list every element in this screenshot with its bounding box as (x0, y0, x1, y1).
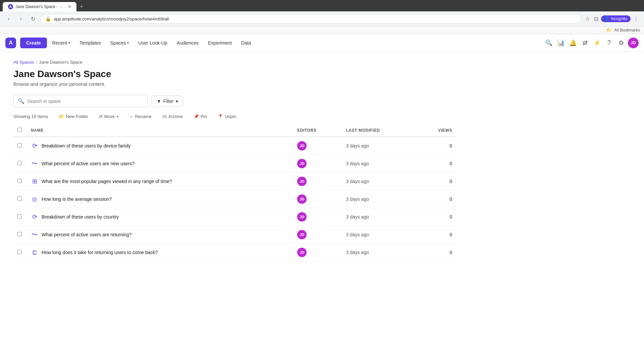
name-cell[interactable]: 〜 What percent of active users are new u… (27, 155, 293, 173)
row-checkbox-cell[interactable] (13, 173, 27, 190)
showing-count: Showing 19 Items (13, 114, 48, 119)
nav-item-audiences[interactable]: Audiences (173, 38, 203, 48)
last-modified-column-header[interactable]: LAST MODIFIED (342, 124, 417, 137)
breadcrumb-current: Jane Dawson's Space (39, 60, 82, 65)
name-cell[interactable]: ⟳ Breakdown of these users by country (27, 208, 293, 226)
pin-button[interactable]: 📌 Pin (191, 113, 210, 120)
unpin-button[interactable]: 📍 Unpin (215, 113, 239, 120)
row-checkbox-cell[interactable] (13, 155, 27, 173)
notifications-button[interactable]: 🔔 (568, 38, 578, 48)
breadcrumb-all-spaces-link[interactable]: All Spaces (13, 60, 34, 65)
bookmark-star-button[interactable]: ☆ (584, 14, 591, 23)
archive-button[interactable]: 🗃 Archive (160, 113, 185, 120)
name-column-header[interactable]: NAME (27, 124, 293, 137)
table-row[interactable]: ⟳ Breakdown of these users by device fam… (13, 137, 456, 155)
nav-item-experiment[interactable]: Experiment (204, 38, 236, 48)
browser-tabs-bar: A Jane Dawson's Space - Space × + (0, 0, 644, 11)
user-avatar[interactable]: JD (628, 38, 639, 48)
editor-avatar: JD (297, 194, 307, 204)
rename-button[interactable]: ↔ Rename (126, 113, 154, 120)
row-checkbox[interactable] (17, 161, 22, 165)
item-type-icon: 〜 (31, 231, 38, 238)
item-name[interactable]: What percent of active users are returni… (42, 232, 131, 237)
item-name[interactable]: What are the most popular pages viewed i… (42, 179, 172, 184)
select-all-header[interactable] (13, 124, 27, 137)
row-checkbox[interactable] (17, 232, 22, 236)
last-modified-cell: 3 days ago (342, 137, 417, 155)
nav-item-spaces[interactable]: Spaces ▾ (106, 38, 133, 48)
row-checkbox-cell[interactable] (13, 137, 27, 155)
help-button[interactable]: ? (604, 38, 614, 48)
new-tab-button[interactable]: + (78, 3, 86, 10)
nav-item-user-lookup[interactable]: User Look-Up (134, 38, 171, 48)
nav-item-data[interactable]: Data (237, 38, 255, 48)
table-row[interactable]: ⊞ What are the most popular pages viewed… (13, 173, 456, 190)
row-checkbox[interactable] (17, 179, 22, 183)
row-checkbox[interactable] (17, 143, 22, 147)
chevron-down-icon: ▾ (127, 41, 129, 45)
views-column-header[interactable]: VIEWS (417, 124, 456, 137)
name-cell[interactable]: ◎ How long is the average session? (27, 190, 293, 208)
item-name[interactable]: How long does it take for returning user… (42, 250, 158, 255)
table-row[interactable]: ⟳ Breakdown of these users by country JD… (13, 208, 456, 226)
tab-close-button[interactable]: × (68, 4, 71, 9)
forward-button[interactable]: › (16, 14, 25, 23)
search-box[interactable]: 🔍 (13, 95, 148, 107)
search-input[interactable] (27, 99, 143, 104)
menu-button[interactable]: ⋮ (632, 14, 640, 23)
search-button[interactable]: 🔍 (543, 38, 554, 48)
row-checkbox-cell[interactable] (13, 226, 27, 244)
row-checkbox[interactable] (17, 196, 22, 201)
table-row[interactable]: ⊏ How long does it take for returning us… (13, 244, 456, 261)
last-modified-cell: 3 days ago (342, 244, 417, 261)
row-checkbox-cell[interactable] (13, 190, 27, 208)
row-checkbox-cell[interactable] (13, 208, 27, 226)
items-table: NAME EDITORS LAST MODIFIED VIEWS (13, 124, 456, 261)
nav-item-recent[interactable]: Recent ▾ (48, 38, 74, 48)
sync-button[interactable]: ⇄ (580, 38, 590, 48)
item-name[interactable]: How long is the average session? (42, 196, 112, 202)
new-folder-button[interactable]: 📁 New Folder (56, 113, 91, 120)
table-row[interactable]: 〜 What percent of active users are new u… (13, 155, 456, 173)
create-button[interactable]: Create (20, 38, 47, 48)
name-cell[interactable]: ⊞ What are the most popular pages viewed… (27, 173, 293, 190)
active-tab[interactable]: A Jane Dawson's Space - Space × (3, 2, 76, 11)
editors-column-header[interactable]: EDITORS (293, 124, 342, 137)
name-cell[interactable]: ⊏ How long does it take for returning us… (27, 244, 293, 261)
extensions-button[interactable]: ⊡ (593, 14, 600, 23)
reload-button[interactable]: ↻ (28, 14, 38, 23)
items-table-wrapper: NAME EDITORS LAST MODIFIED VIEWS (13, 124, 456, 261)
row-checkbox-cell[interactable] (13, 244, 27, 261)
name-cell[interactable]: ⟳ Breakdown of these users by device fam… (27, 137, 293, 155)
table-body: ⟳ Breakdown of these users by device fam… (13, 137, 456, 261)
row-checkbox[interactable] (17, 214, 22, 219)
activity-button[interactable]: ⚡ (592, 38, 602, 48)
breadcrumb: All Spaces / Jane Dawson's Space (13, 60, 456, 65)
nav-item-templates[interactable]: Templates (75, 38, 105, 48)
table-row[interactable]: 〜 What percent of active users are retur… (13, 226, 456, 244)
item-type-icon: ◎ (31, 195, 38, 203)
row-checkbox[interactable] (17, 250, 22, 254)
item-name[interactable]: What percent of active users are new use… (42, 161, 135, 166)
search-icon: 🔍 (18, 98, 24, 104)
last-modified-cell: 3 days ago (342, 190, 417, 208)
move-button[interactable]: ⇄ Move ▾ (96, 113, 121, 120)
nav-actions: ☆ ⊡ 👤 Incognito ⋮ (584, 14, 640, 23)
table-header: NAME EDITORS LAST MODIFIED VIEWS (13, 124, 456, 137)
amplitude-logo[interactable]: A (5, 38, 16, 48)
item-name[interactable]: Breakdown of these users by device famil… (42, 143, 130, 148)
bookmarks-label[interactable]: All Bookmarks (614, 28, 640, 33)
analytics-icon-button[interactable]: 📊 (555, 38, 566, 48)
bookmarks-folder-icon: 📁 (606, 28, 611, 33)
name-cell[interactable]: 〜 What percent of active users are retur… (27, 226, 293, 244)
views-cell: 0 (417, 208, 456, 226)
back-button[interactable]: ‹ (4, 14, 13, 23)
select-all-checkbox[interactable] (17, 128, 22, 132)
rename-icon: ↔ (129, 114, 133, 119)
address-bar[interactable]: 🔒 app.amplitude.com/analytics/moodjoy2/s… (40, 14, 581, 23)
table-row[interactable]: ◎ How long is the average session? JD 3 … (13, 190, 456, 208)
settings-button[interactable]: ⚙ (616, 38, 627, 48)
tab-title: Jane Dawson's Space - Space (16, 4, 65, 9)
item-name[interactable]: Breakdown of these users by country (42, 214, 119, 220)
filter-button[interactable]: ▼ Filter ▾ (152, 96, 183, 107)
